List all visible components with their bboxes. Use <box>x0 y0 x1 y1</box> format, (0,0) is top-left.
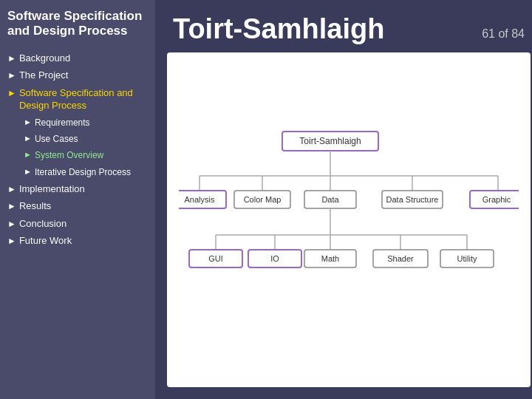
svg-text:Shader: Shader <box>387 254 414 263</box>
svg-text:Utility: Utility <box>457 254 477 263</box>
slide-title: Toirt-Samhlaigh <box>173 13 384 45</box>
sidebar-item-label: Background <box>19 52 70 65</box>
sidebar-item-label: System Overview <box>35 149 103 161</box>
svg-text:IO: IO <box>270 254 279 263</box>
arrow-icon: ► <box>7 87 16 99</box>
arrow-icon: ► <box>7 52 16 64</box>
diagram-area: Toirt-Samhlaigh Analysis Color Map Data <box>167 52 531 387</box>
sidebar: Software Specification and Design Proces… <box>0 0 155 399</box>
sidebar-item-label: Iterative Design Process <box>35 166 131 178</box>
sidebar-item-label: Implementation <box>19 183 85 196</box>
sidebar-item-label: Use Cases <box>35 133 78 145</box>
sidebar-item-the-project[interactable]: ► The Project <box>7 68 148 83</box>
hierarchy-diagram: Toirt-Samhlaigh Analysis Color Map Data <box>179 124 519 316</box>
arrow-icon: ► <box>24 133 32 144</box>
arrow-icon: ► <box>7 183 16 195</box>
sidebar-sub-system-overview[interactable]: ► System Overview <box>24 149 148 162</box>
sidebar-item-label: The Project <box>19 69 68 82</box>
svg-text:Color Map: Color Map <box>244 195 282 204</box>
arrow-icon: ► <box>7 235 16 247</box>
sidebar-item-implementation[interactable]: ► Implementation <box>7 182 148 197</box>
svg-text:Graphic: Graphic <box>482 195 511 204</box>
arrow-icon: ► <box>7 218 16 230</box>
page-number: 61 of 84 <box>482 27 525 45</box>
sidebar-item-conclusion[interactable]: ► Conclusion <box>7 216 148 231</box>
svg-text:Data Structure: Data Structure <box>386 195 439 204</box>
slide-header: Toirt-Samhlaigh 61 of 84 <box>155 0 532 52</box>
svg-text:Data: Data <box>321 195 339 204</box>
sidebar-title: Software Specification and Design Proces… <box>7 9 148 39</box>
sidebar-sub-use-cases[interactable]: ► Use Cases <box>24 132 148 146</box>
sidebar-item-label: Software Specification and Design Proces… <box>19 86 148 112</box>
sidebar-item-software-spec[interactable]: ► Software Specification and Design Proc… <box>7 86 148 113</box>
arrow-icon: ► <box>24 166 32 177</box>
sidebar-sub-iterative-design[interactable]: ► Iterative Design Process <box>24 166 148 179</box>
sidebar-item-future-work[interactable]: ► Future Work <box>7 233 148 248</box>
sidebar-item-label: Requirements <box>35 117 90 129</box>
svg-text:Analysis: Analysis <box>185 195 215 204</box>
sidebar-item-background[interactable]: ► Background <box>7 51 148 66</box>
sidebar-item-label: Conclusion <box>19 217 66 231</box>
sidebar-item-label: Future Work <box>19 234 72 248</box>
svg-text:GUI: GUI <box>208 254 223 263</box>
arrow-icon: ► <box>24 117 32 128</box>
sidebar-item-label: Results <box>19 200 51 213</box>
sidebar-item-results[interactable]: ► Results <box>7 199 148 214</box>
svg-text:Math: Math <box>321 254 339 263</box>
sidebar-sub-requirements[interactable]: ► Requirements <box>24 116 148 129</box>
main-content: Toirt-Samhlaigh 61 of 84 Toirt-Samhlaigh… <box>155 0 532 399</box>
svg-text:Toirt-Samhlaigh: Toirt-Samhlaigh <box>299 136 361 146</box>
arrow-icon: ► <box>7 69 16 81</box>
arrow-icon: ► <box>24 149 32 160</box>
arrow-icon: ► <box>7 200 16 212</box>
